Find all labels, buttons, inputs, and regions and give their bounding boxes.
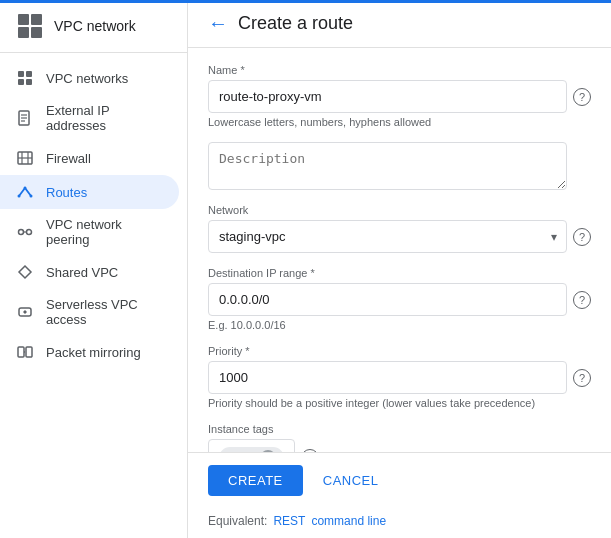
network-field-group: Network staging-vpc ? bbox=[208, 204, 591, 253]
cancel-button[interactable]: CANCEL bbox=[315, 465, 387, 496]
network-help-icon[interactable]: ? bbox=[573, 228, 591, 246]
name-hint: Lowercase letters, numbers, hyphens allo… bbox=[208, 116, 591, 128]
sidebar-title: VPC network bbox=[54, 18, 136, 34]
instance-tags-label: Instance tags bbox=[208, 423, 591, 435]
doc-icon bbox=[16, 109, 34, 127]
sidebar-item-label: Serverless VPC access bbox=[46, 297, 163, 327]
dest-ip-label: Destination IP range * bbox=[208, 267, 591, 279]
svg-point-16 bbox=[18, 195, 21, 198]
network-select[interactable]: staging-vpc bbox=[208, 220, 567, 253]
dest-ip-input[interactable] bbox=[208, 283, 567, 316]
sidebar-item-label: Routes bbox=[46, 185, 87, 200]
description-textarea[interactable] bbox=[208, 142, 567, 190]
sidebar: VPC network VPC networks External IP add… bbox=[0, 0, 188, 538]
name-input[interactable] bbox=[208, 80, 567, 113]
sidebar-item-routes[interactable]: Routes bbox=[0, 175, 179, 209]
priority-help-icon[interactable]: ? bbox=[573, 369, 591, 387]
serverless-icon bbox=[16, 303, 34, 321]
svg-rect-23 bbox=[18, 347, 24, 357]
page-header: ← Create a route bbox=[188, 0, 611, 48]
svg-point-19 bbox=[19, 230, 24, 235]
svg-rect-24 bbox=[26, 347, 32, 357]
priority-field-group: Priority * ? Priority should be a positi… bbox=[208, 345, 591, 409]
svg-rect-4 bbox=[18, 71, 24, 77]
priority-label: Priority * bbox=[208, 345, 591, 357]
svg-rect-5 bbox=[26, 71, 32, 77]
sidebar-item-external-ip[interactable]: External IP addresses bbox=[0, 95, 179, 141]
routes-icon bbox=[16, 183, 34, 201]
svg-rect-2 bbox=[18, 27, 29, 38]
back-button[interactable]: ← bbox=[208, 12, 228, 35]
shared-icon bbox=[16, 263, 34, 281]
grid-icon bbox=[16, 69, 34, 87]
mirror-icon bbox=[16, 343, 34, 361]
sidebar-nav: VPC networks External IP addresses Firew… bbox=[0, 53, 187, 538]
sidebar-item-vpc-peering[interactable]: VPC network peering bbox=[0, 209, 179, 255]
rest-link[interactable]: REST bbox=[273, 514, 305, 528]
sidebar-header: VPC network bbox=[0, 0, 187, 53]
page-title: Create a route bbox=[238, 13, 353, 34]
svg-rect-3 bbox=[31, 27, 42, 38]
description-field-group: ? bbox=[208, 142, 591, 190]
sidebar-item-shared-vpc[interactable]: Shared VPC bbox=[0, 255, 179, 289]
sidebar-item-vpc-networks[interactable]: VPC networks bbox=[0, 61, 179, 95]
sidebar-item-label: Packet mirroring bbox=[46, 345, 141, 360]
form-actions: CREATE CANCEL bbox=[188, 452, 611, 508]
svg-point-20 bbox=[27, 230, 32, 235]
dest-ip-help-icon[interactable]: ? bbox=[573, 291, 591, 309]
vpc-logo bbox=[16, 12, 44, 40]
sidebar-item-label: VPC network peering bbox=[46, 217, 163, 247]
peering-icon bbox=[16, 223, 34, 241]
svg-rect-0 bbox=[18, 14, 29, 25]
equivalent-label: Equivalent: bbox=[208, 514, 267, 528]
firewall-icon bbox=[16, 149, 34, 167]
name-help-icon[interactable]: ? bbox=[573, 88, 591, 106]
form-area: Name * ? Lowercase letters, numbers, hyp… bbox=[188, 48, 611, 452]
sidebar-item-label: Firewall bbox=[46, 151, 91, 166]
create-button[interactable]: CREATE bbox=[208, 465, 303, 496]
name-label: Name * bbox=[208, 64, 591, 76]
priority-input[interactable] bbox=[208, 361, 567, 394]
dest-ip-field-group: Destination IP range * ? E.g. 10.0.0.0/1… bbox=[208, 267, 591, 331]
command-line-link[interactable]: command line bbox=[311, 514, 386, 528]
dest-ip-hint: E.g. 10.0.0.0/16 bbox=[208, 319, 591, 331]
svg-point-18 bbox=[30, 195, 33, 198]
sidebar-item-packet-mirroring[interactable]: Packet mirroring bbox=[0, 335, 179, 369]
sidebar-item-label: VPC networks bbox=[46, 71, 128, 86]
svg-rect-7 bbox=[26, 79, 32, 85]
svg-rect-1 bbox=[31, 14, 42, 25]
equivalent-row: Equivalent: REST command line bbox=[188, 508, 611, 538]
instance-tags-container[interactable]: proxy × bbox=[208, 439, 295, 452]
name-field-group: Name * ? Lowercase letters, numbers, hyp… bbox=[208, 64, 591, 128]
instance-tags-field-group: Instance tags proxy × ? bbox=[208, 423, 591, 452]
sidebar-item-label: Shared VPC bbox=[46, 265, 118, 280]
network-label: Network bbox=[208, 204, 591, 216]
sidebar-item-label: External IP addresses bbox=[46, 103, 163, 133]
sidebar-item-firewall[interactable]: Firewall bbox=[0, 141, 179, 175]
main-content: ← Create a route Name * ? Lowercase lett… bbox=[188, 0, 611, 538]
priority-hint: Priority should be a positive integer (l… bbox=[208, 397, 591, 409]
svg-rect-6 bbox=[18, 79, 24, 85]
svg-point-17 bbox=[24, 187, 27, 190]
sidebar-item-serverless-vpc[interactable]: Serverless VPC access bbox=[0, 289, 179, 335]
